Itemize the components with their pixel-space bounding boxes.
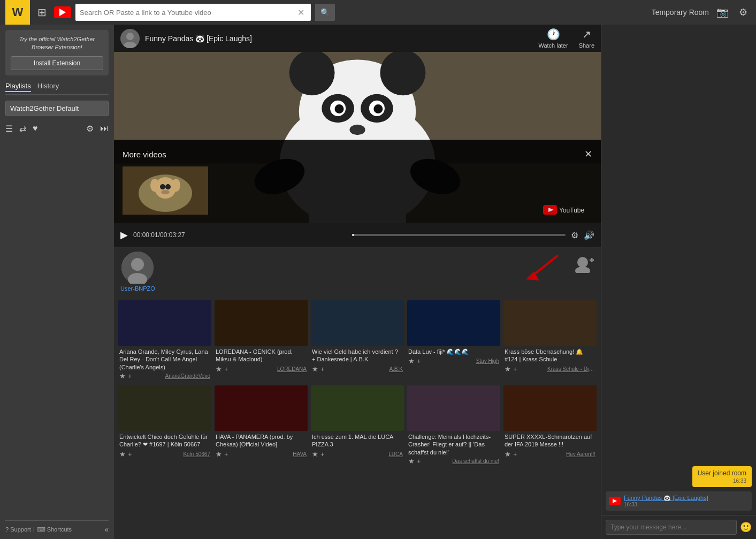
search-button[interactable]: 🔍 (315, 4, 335, 21)
quality-button[interactable]: ⚙ (571, 230, 578, 240)
watch-later-button[interactable]: 🕐 Watch later (538, 28, 568, 49)
card-add-btn-3[interactable]: + (417, 357, 421, 365)
chat-youtube-icon (609, 497, 621, 505)
chat-video-item: Funny Pandas 🐼 [Epic Laughs] 16:33 (606, 491, 752, 511)
tab-history[interactable]: History (37, 82, 59, 92)
card-channel-6[interactable]: HAVA (293, 451, 307, 457)
camera-button[interactable]: 📷 (713, 4, 731, 20)
card-star-btn-7[interactable]: ★ (312, 450, 318, 458)
card-star-btn-2[interactable]: ★ (312, 365, 318, 373)
chat-input[interactable] (606, 520, 737, 535)
card-star-btn-1[interactable]: ★ (216, 365, 222, 373)
playlist-settings-button[interactable]: ⚙ (86, 124, 94, 134)
emoji-button[interactable]: 🙂 (740, 521, 752, 533)
video-grid: Ariana Grande, Miley Cyrus, Lana Del Rey… (114, 296, 601, 472)
more-videos-title: More videos (123, 150, 166, 159)
play-button[interactable]: ▶ (120, 229, 128, 241)
video-card-title-1: LOREDANA - GENICK (prod. Miksu & Macloud… (216, 348, 307, 363)
support-link[interactable]: ? Support (5, 526, 31, 533)
progress-bar[interactable] (352, 234, 566, 236)
playlist-next-button[interactable]: ⏭ (100, 124, 109, 133)
video-card[interactable]: SUPER XXXXL-Schmarotzen auf der IFA 2019… (503, 385, 597, 467)
card-add-btn-2[interactable]: + (320, 365, 325, 373)
time-display: 00:00:01/00:03:27 (133, 231, 347, 239)
card-add-btn-7[interactable]: + (320, 450, 325, 458)
video-thumb-9 (503, 385, 597, 431)
playlist-controls: ☰ ⇄ ♥ ⚙ ⏭ (5, 122, 109, 136)
card-channel-4[interactable]: Krass Schule - Die ju... (547, 366, 595, 372)
card-channel-9[interactable]: Hey Aaron!!! (566, 451, 595, 457)
card-add-btn-6[interactable]: + (224, 450, 228, 458)
svg-point-36 (575, 267, 590, 273)
video-card[interactable]: HAVA - PANAMERA (prod. by Chekaa) [Offic… (215, 385, 308, 467)
video-card-actions-8: ★ + Das schaffst du nie! (408, 457, 499, 465)
playlist-shuffle-button[interactable]: ⇄ (19, 124, 26, 134)
card-add-btn-5[interactable]: + (128, 450, 132, 458)
playlist-favorite-button[interactable]: ♥ (33, 124, 38, 133)
shortcuts-link[interactable]: ⌨ Shortcuts (37, 526, 72, 533)
more-video-thumb-1[interactable] (123, 166, 208, 215)
video-card[interactable]: Krass böse Überraschung! 🔔 #124 | Krass … (503, 300, 597, 382)
youtube-watermark: YouTube (543, 205, 597, 219)
video-card[interactable]: Ariana Grande, Miley Cyrus, Lana Del Rey… (118, 300, 211, 382)
svg-line-33 (531, 255, 558, 277)
more-videos-header: More videos ✕ (123, 148, 592, 160)
svg-point-7 (289, 52, 335, 95)
card-star-btn-8[interactable]: ★ (408, 457, 415, 465)
card-star-btn-0[interactable]: ★ (119, 372, 126, 380)
logo-text: W (12, 5, 24, 19)
user-card: User-BNPZO (120, 252, 155, 292)
card-channel-2[interactable]: A.B.K (389, 366, 403, 372)
volume-button[interactable]: 🔊 (584, 230, 594, 240)
card-star-btn-5[interactable]: ★ (119, 450, 126, 458)
card-add-btn-4[interactable]: + (513, 365, 517, 373)
card-channel-3[interactable]: Stay High (476, 358, 499, 364)
video-card[interactable]: Entwickelt Chico doch Gefühle für Charli… (118, 385, 211, 467)
card-star-btn-9[interactable]: ★ (505, 450, 511, 458)
card-star-btn-6[interactable]: ★ (216, 450, 222, 458)
card-channel-8[interactable]: Das schaffst du nie! (452, 458, 499, 464)
sidebar-footer: ? Support | ⌨ Shortcuts « (5, 520, 109, 534)
svg-point-14 (373, 104, 383, 113)
card-star-btn-3[interactable]: ★ (408, 357, 415, 365)
grid-menu-button[interactable]: ⊞ (34, 4, 50, 21)
collapse-button[interactable]: « (104, 525, 109, 534)
video-card[interactable]: Data Luv - fiji* 🌊🌊🌊 ★ + Stay High (407, 300, 500, 382)
card-add-btn-1[interactable]: + (224, 365, 228, 373)
chat-video-title[interactable]: Funny Pandas 🐼 [Epic Laughs] (624, 495, 749, 502)
video-player[interactable]: More videos ✕ (114, 52, 601, 223)
video-card[interactable]: Ich esse zum 1. MAL die LUCA PIZZA 3 ★ +… (311, 385, 404, 467)
card-star-btn-4[interactable]: ★ (505, 365, 511, 373)
playlist-select[interactable]: Watch2Gether Default (5, 101, 109, 116)
search-input[interactable] (80, 9, 295, 17)
video-card-title-7: Ich esse zum 1. MAL die LUCA PIZZA 3 (312, 433, 403, 449)
video-card-title-6: HAVA - PANAMERA (prod. by Chekaa) [Offic… (216, 433, 307, 449)
video-card-actions-2: ★ + A.B.K (312, 365, 403, 373)
video-card-info-0: Ariana Grande, Miley Cyrus, Lana Del Rey… (118, 346, 211, 382)
clock-icon: 🕐 (547, 28, 560, 41)
playlist-list-button[interactable]: ☰ (5, 124, 13, 134)
svg-point-35 (577, 257, 588, 268)
question-icon: ? (5, 526, 9, 533)
card-add-btn-0[interactable]: + (128, 372, 132, 380)
add-user-button[interactable] (575, 256, 594, 277)
video-card[interactable]: Challenge: Meini als Hochzeits-Crasher! … (407, 385, 500, 467)
card-channel-7[interactable]: LUCA (388, 451, 403, 457)
card-channel-5[interactable]: Köln 50667 (183, 451, 210, 457)
card-channel-1[interactable]: LOREDANA (277, 366, 307, 372)
user-avatar (121, 252, 154, 284)
video-card[interactable]: Wie viel Geld habe ich verdient ? + Dank… (311, 300, 404, 382)
search-clear-button[interactable]: ✕ (295, 6, 307, 19)
video-card-title-5: Entwickelt Chico doch Gefühle für Charli… (119, 433, 210, 449)
video-card[interactable]: LOREDANA - GENICK (prod. Miksu & Macloud… (215, 300, 308, 382)
install-extension-button[interactable]: Install Extension (11, 56, 103, 70)
card-add-btn-9[interactable]: + (513, 450, 517, 458)
more-videos-close-button[interactable]: ✕ (584, 148, 592, 160)
video-actions: 🕐 Watch later ↗ Share (538, 28, 594, 49)
svg-point-22 (150, 179, 159, 192)
card-add-btn-8[interactable]: + (417, 457, 421, 465)
card-channel-0[interactable]: ArianaGrandeVevo (165, 373, 210, 379)
tab-playlists[interactable]: Playlists (5, 82, 31, 92)
settings-button[interactable]: ⚙ (736, 4, 751, 20)
share-button[interactable]: ↗ Share (579, 28, 594, 49)
